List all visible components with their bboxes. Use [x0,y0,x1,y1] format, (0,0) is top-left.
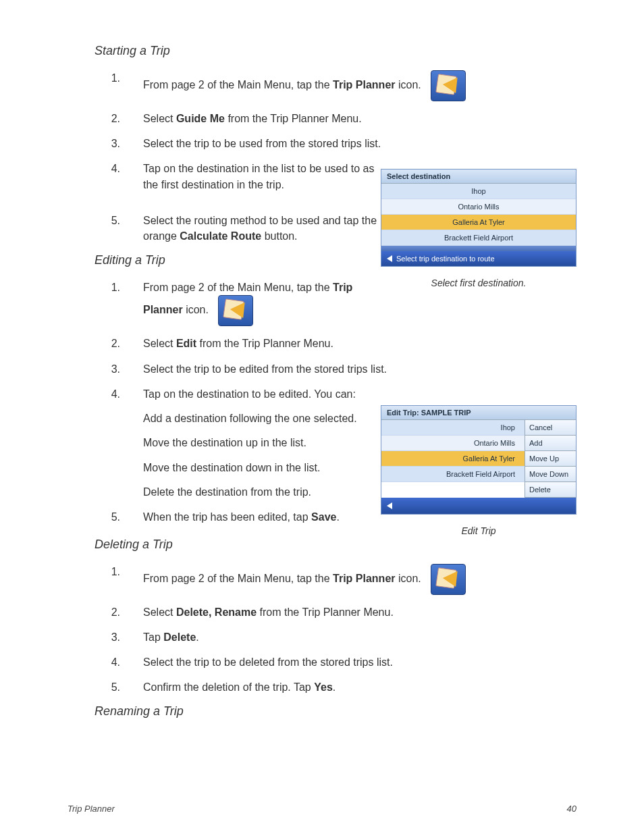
step-number: 1. [95,280,143,295]
bold: Calculate Route [180,230,261,242]
move-down-button[interactable]: Move Down [525,467,576,482]
caption: Edit Trip [381,525,576,536]
text: icon. [396,79,421,90]
list-item[interactable]: Ihop [381,184,576,199]
trip-planner-icon [431,70,466,101]
bold: Guide Me [176,113,225,124]
text: . [336,511,339,523]
step-number: 2. [95,111,143,126]
text: From page 2 of the Main Menu, tap the [143,573,333,584]
heading-renaming: Renaming a Trip [95,704,576,719]
screenshot-select-destination: Select destination Ihop Ontario Mills Ga… [381,169,576,288]
shot-footer[interactable]: Select trip destination to route [381,251,576,266]
text: button. [261,230,297,242]
step-text: Select the trip to be deleted from the s… [143,654,576,670]
step-text: From page 2 of the Main Menu, tap the Tr… [143,564,576,595]
step-number: 5. [95,509,143,525]
shot-header: Edit Trip: SAMPLE TRIP [381,406,576,420]
bold: Trip Planner [333,79,395,90]
trip-planner-icon [431,564,466,595]
text: icon. [396,573,421,584]
add-button[interactable]: Add [525,436,576,451]
step-text: Select Guide Me from the Trip Planner Me… [143,111,576,126]
step-number: 4. [95,161,143,176]
step-number: 4. [95,654,143,670]
text: . [196,631,198,643]
text: from the Trip Planner Menu. [225,113,362,124]
bold: Trip Planner [333,573,395,584]
step-text: From page 2 of the Main Menu, tap the Tr… [143,280,379,326]
shot-footer[interactable] [381,498,576,514]
list-item[interactable]: Brackett Field Airport [381,230,576,246]
step-text: Select the trip to be used from the stor… [143,136,576,151]
step-number: 5. [95,213,143,228]
step-text: Tap on the destination to be edited. You… [143,386,386,402]
footer-text: Select trip destination to route [396,255,495,263]
step-number: 3. [95,629,143,645]
step-number: 5. [95,679,143,695]
step-text: From page 2 of the Main Menu, tap the Tr… [143,70,576,101]
spacer [381,246,576,251]
list-item[interactable]: Ihop [381,420,525,436]
text: from the Trip Planner Menu. [196,338,333,349]
step-text: Tap on the destination in the list to be… [143,161,379,192]
list-item-selected[interactable]: Galleria At Tyler [381,451,525,467]
footer-page-number: 40 [567,804,576,814]
bold: Edit [176,338,196,349]
trip-planner-icon [218,295,253,326]
step-text: Select Edit from the Trip Planner Menu. [143,336,576,351]
back-arrow-icon[interactable] [387,255,392,262]
step-number: 3. [95,361,143,377]
cancel-button[interactable]: Cancel [525,420,576,436]
list-item[interactable]: Brackett Field Airport [381,467,525,482]
text: from the Trip Planner Menu. [257,606,394,618]
step-text: Tap Delete. [143,629,576,645]
back-arrow-icon[interactable] [387,502,392,509]
list-item[interactable]: Ontario Mills [381,436,525,451]
text: Select [143,338,176,349]
delete-button[interactable]: Delete [525,482,576,498]
step-number: 1. [95,70,143,86]
bold: Delete, Rename [176,606,257,618]
step-number: 1. [95,564,143,579]
screenshot-edit-trip: Edit Trip: SAMPLE TRIP Ihop Ontario Mill… [381,405,576,536]
step-text: Select Delete, Rename from the Trip Plan… [143,604,576,620]
step-number: 4. [95,386,143,402]
text: From page 2 of the Main Menu, tap the [143,79,333,90]
text: icon. [183,305,209,316]
text: Select [143,113,176,124]
heading-deleting: Deleting a Trip [95,538,576,552]
footer-left: Trip Planner [68,804,115,814]
list-item[interactable]: Ontario Mills [381,199,576,215]
step-text: Confirm the deletion of the trip. Tap Ye… [143,679,576,695]
text: Tap [143,631,163,643]
caption: Select first destination. [381,278,576,288]
bold: Save [311,511,336,523]
text: Confirm the deletion of the trip. Tap [143,681,314,693]
move-up-button[interactable]: Move Up [525,451,576,467]
step-text: Select the routing method to be used and… [143,213,379,244]
text: From page 2 of the Main Menu, tap the [143,282,333,293]
step-number: 2. [95,604,143,620]
bold: Yes [314,681,333,693]
list-item-selected[interactable]: Galleria At Tyler [381,215,576,230]
step-text: Select the trip to be edited from the st… [143,361,576,377]
step-number: 3. [95,136,143,151]
text: Select [143,606,176,618]
text: . [333,681,336,693]
shot-header: Select destination [381,170,576,184]
substep: Add a destination following the one sele… [143,411,359,426]
text: When the trip has been edited, tap [143,511,311,523]
bold: Delete [163,631,196,643]
step-number: 2. [95,336,143,351]
heading-starting: Starting a Trip [95,44,576,58]
